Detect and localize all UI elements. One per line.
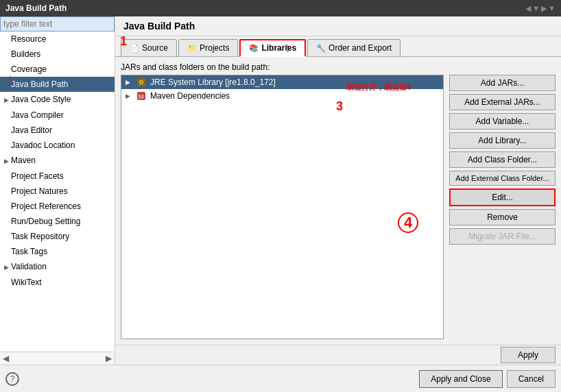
source-tab-icon: 📄 <box>130 44 139 53</box>
svg-text:M: M <box>139 93 144 100</box>
add-external-class-folder-button[interactable]: Add External Class Folder... <box>449 171 556 186</box>
sidebar-item-run-debug[interactable]: Run/Debug Setting <box>0 214 115 229</box>
help-icon[interactable]: ? <box>5 372 19 386</box>
remove-button[interactable]: Remove <box>449 209 556 225</box>
jre-label: JRE System Library [jre1.8.0_172] <box>150 77 276 87</box>
sidebar-item-maven[interactable]: ▶Maven <box>0 153 115 169</box>
scroll-right-icon[interactable]: ▶ <box>106 354 112 363</box>
build-path-label: JARs and class folders on the build path… <box>121 62 444 72</box>
tab-source[interactable]: 📄 Source <box>121 39 177 56</box>
apply-button[interactable]: Apply <box>501 347 556 363</box>
add-library-button[interactable]: Add Library... <box>449 132 556 149</box>
nav-arrows: ◀ ▼ ▶ ▼ <box>525 4 556 13</box>
sidebar-item-coverage[interactable]: Coverage <box>0 62 115 77</box>
add-variable-button[interactable]: Add Variable... <box>449 113 556 130</box>
libraries-tab-icon: 📚 <box>249 44 259 53</box>
add-jars-button[interactable]: Add JARs... <box>449 75 556 91</box>
add-external-jars-button[interactable]: Add External JARs... <box>449 94 556 110</box>
panel-title: Java Build Path <box>115 16 561 36</box>
sidebar-item-java-code-style[interactable]: ▶Java Code Style <box>0 92 115 108</box>
dialog-title: Java Build Path <box>5 3 67 13</box>
migrate-jar-button[interactable]: Migrate JAR File... <box>449 228 556 245</box>
sidebar-item-builders[interactable]: Builders <box>0 47 115 62</box>
sidebar-item-java-build-path[interactable]: Java Build Path <box>0 77 115 92</box>
sidebar-item-project-natures[interactable]: Project Natures <box>0 184 115 199</box>
jre-expand-arrow: ▶ <box>126 79 134 86</box>
sidebar-item-java-compiler[interactable]: Java Compiler <box>0 108 115 123</box>
sidebar-item-validation[interactable]: ▶Validation <box>0 259 115 275</box>
sidebar-item-project-facets[interactable]: Project Facets <box>0 169 115 184</box>
sidebar-item-task-tags[interactable]: Task Tags <box>0 244 115 259</box>
sidebar-item-project-references[interactable]: Project References <box>0 199 115 214</box>
tab-libraries[interactable]: 📚 Libraries <box>239 39 306 57</box>
maven-label: Maven Dependencies <box>150 91 230 101</box>
cancel-button[interactable]: Cancel <box>507 370 556 388</box>
sidebar-item-wikitext[interactable]: WikiText <box>0 275 115 290</box>
sidebar-item-java-editor[interactable]: Java Editor <box>0 123 115 138</box>
maven-icon: M <box>136 91 147 101</box>
maven-dependencies-item[interactable]: ▶ M Maven Dependencies <box>121 89 443 103</box>
filter-input[interactable] <box>0 16 115 32</box>
sidebar-item-javadoc[interactable]: Javadoc Location <box>0 138 115 153</box>
svg-point-2 <box>141 82 143 84</box>
order-export-tab-icon: 🔧 <box>316 44 326 53</box>
jre-icon <box>136 77 147 87</box>
sidebar-item-task-repository[interactable]: Task Repository <box>0 229 115 244</box>
sidebar-item-resource[interactable]: Resource <box>0 32 115 47</box>
edit-button[interactable]: Edit... <box>449 188 556 206</box>
sidebar-tree: Resource Builders Coverage Java Build Pa… <box>0 32 115 352</box>
projects-tab-icon: 📁 <box>187 44 197 53</box>
add-class-folder-button[interactable]: Add Class Folder... <box>449 151 556 168</box>
apply-and-close-button[interactable]: Apply and Close <box>419 370 502 388</box>
jre-library-item[interactable]: ▶ JRE System Library [jre1.8.0_172] <box>121 75 443 89</box>
tab-order-export[interactable]: 🔧 Order and Export <box>307 39 401 56</box>
maven-expand-arrow: ▶ <box>126 93 134 99</box>
tab-projects[interactable]: 📁 Projects <box>178 39 238 56</box>
scroll-left-icon[interactable]: ◀ <box>3 354 9 363</box>
build-path-list: ▶ JRE System Library [jre1.8.0_172] <box>121 75 444 339</box>
